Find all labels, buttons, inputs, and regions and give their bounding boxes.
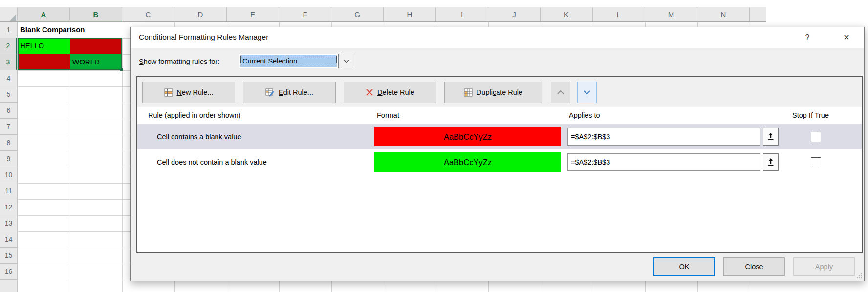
row-header-14[interactable]: 14 [0,231,17,248]
row-header-3[interactable]: 3 [0,54,17,70]
column-header-n[interactable]: N [697,7,750,21]
row-header-16[interactable]: 16 [0,264,17,280]
close-button[interactable]: Close [723,257,785,276]
cell-a1[interactable]: Blank Comparison [18,22,145,38]
select-all-triangle-icon [10,14,16,21]
column-header-i[interactable]: I [436,7,488,21]
row-header-6[interactable]: 6 [0,103,17,119]
move-rule-up-button[interactable] [551,82,570,103]
row-header-15[interactable]: 15 [0,248,17,264]
format-preview: AaBbCcYyZz [374,152,561,172]
column-header-b[interactable]: B [70,7,122,21]
column-header-j[interactable]: J [488,7,541,21]
column-header-c[interactable]: C [122,7,174,21]
move-rule-down-button[interactable] [577,82,597,103]
new-rule-table-icon [164,88,173,97]
edit-rule-label: Edit Rule... [279,88,313,96]
column-header-g[interactable]: G [331,7,384,21]
dropdown-arrow-button[interactable] [341,54,352,68]
column-header-a[interactable]: A [18,7,70,21]
chevron-up-icon [557,90,564,95]
cell-b2[interactable] [70,38,122,54]
duplicate-rule-label: Duplicate Rule [477,88,522,96]
conditional-formatting-rules-manager-dialog: Conditional Formatting Rules Manager ? ✕… [130,27,865,281]
chevron-down-icon [583,90,591,95]
column-header-d[interactable]: D [174,7,227,21]
row-header-12[interactable]: 12 [0,199,17,215]
collapse-range-icon [767,132,775,141]
format-column-header: Format [372,111,564,119]
help-button[interactable]: ? [800,31,815,44]
applies-to-range-input[interactable]: =$A$2:$B$3 [567,128,760,146]
chevron-down-icon [344,59,349,63]
row-header-8[interactable]: 8 [0,135,17,151]
delete-rule-label: Delete Rule [377,88,414,96]
column-header-f[interactable]: F [279,7,331,21]
applies-to-range-input[interactable]: =$A$2:$B$3 [567,153,760,171]
rules-list: Rule (applied in order shown) Format App… [137,107,862,252]
cell-a2[interactable]: HELLO [18,38,70,54]
rules-frame: New Rule... Edit Rule... Delete Rule Dup… [136,76,863,253]
duplicate-rule-table-icon [464,88,473,97]
apply-button[interactable]: Apply [793,257,855,276]
rules-toolbar: New Rule... Edit Rule... Delete Rule Dup… [137,77,862,107]
show-formatting-rules-label-rest: how formatting rules for: [144,58,220,65]
resize-grip[interactable] [856,272,863,279]
format-preview: AaBbCcYyZz [374,127,561,146]
screen: ABCDEFGHIJKLMN 12345678910111213141516 B… [0,0,868,292]
row-header-7[interactable]: 7 [0,119,17,135]
formula-bar-edge [0,0,766,7]
rule-row-1[interactable]: Cell contains a blank value AaBbCcYyZz =… [137,124,862,149]
rule-column-header: Rule (applied in order shown) [137,111,372,119]
stop-if-true-checkbox[interactable] [811,132,821,142]
show-rules-for-dropdown[interactable]: Current Selection [239,54,339,68]
row-header-9[interactable]: 9 [0,151,17,167]
new-rule-button[interactable]: New Rule... [142,82,235,103]
dialog-titlebar[interactable]: Conditional Formatting Rules Manager ? ✕ [131,27,864,48]
row-header-2[interactable]: 2 [0,38,17,54]
cell-a3[interactable] [18,54,70,70]
rules-list-header: Rule (applied in order shown) Format App… [137,107,862,124]
dialog-footer: OK Close Apply [653,257,855,276]
column-header-e[interactable]: E [227,7,279,21]
dialog-title: Conditional Formatting Rules Manager [139,33,268,42]
ok-button[interactable]: OK [653,257,715,276]
row-header-4[interactable]: 4 [0,70,17,86]
new-rule-label: New Rule... [177,88,214,96]
collapse-dialog-button[interactable] [763,128,779,146]
collapse-dialog-button[interactable] [763,153,779,171]
column-header-h[interactable]: H [384,7,436,21]
show-formatting-rules-label-mnemonic: S [139,58,144,65]
column-header-m[interactable]: M [645,7,697,21]
row-header-13[interactable]: 13 [0,215,17,231]
show-rules-for-selected-value: Current Selection [240,55,337,67]
rule-description: Cell contains a blank value [137,133,372,141]
row-header-5[interactable]: 5 [0,86,17,103]
stop-if-true-column-header: Stop If True [786,111,862,119]
edit-rule-button[interactable]: Edit Rule... [243,82,336,103]
select-all-corner[interactable] [0,7,18,21]
column-headers: ABCDEFGHIJKLMN [0,7,766,22]
duplicate-rule-button[interactable]: Duplicate Rule [444,82,542,103]
collapse-range-icon [767,158,775,167]
close-dialog-button[interactable]: ✕ [839,31,854,44]
applies-to-column-header: Applies to [564,111,786,119]
column-header-k[interactable]: K [541,7,593,21]
rule-description: Cell does not contain a blank value [137,158,372,166]
row-header-10[interactable]: 10 [0,167,17,183]
column-header-l[interactable]: L [593,7,645,21]
delete-rule-button[interactable]: Delete Rule [344,82,436,103]
rule-row-2[interactable]: Cell does not contain a blank value AaBb… [137,149,862,175]
row-header-1[interactable]: 1 [0,22,17,38]
edit-rule-pencil-icon [265,88,275,97]
cell-b3[interactable]: WORLD [70,54,122,70]
row-headers: 12345678910111213141516 [0,22,18,292]
stop-if-true-checkbox[interactable] [811,157,821,167]
delete-rule-x-icon [366,88,373,96]
show-formatting-rules-label: Show formatting rules for: [139,58,219,65]
row-header-11[interactable]: 11 [0,183,17,199]
